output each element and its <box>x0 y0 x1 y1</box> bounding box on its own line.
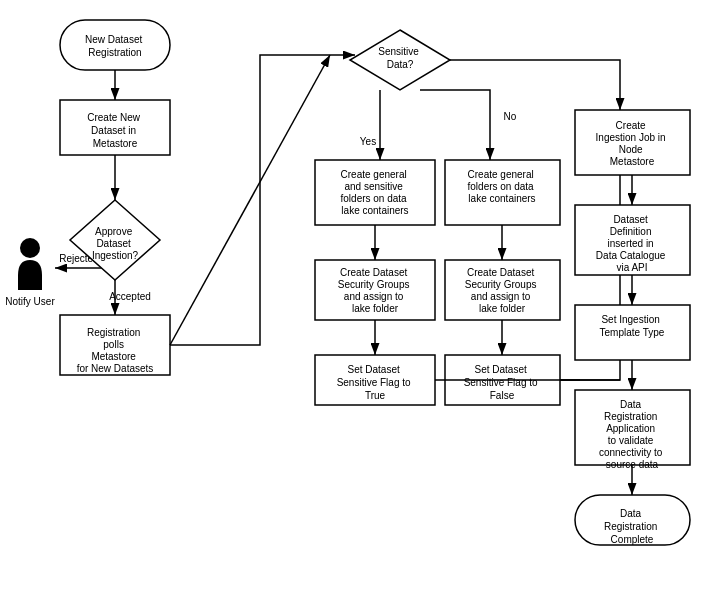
accepted-label: Accepted <box>109 291 151 302</box>
arrow-polls-sensitive <box>170 55 330 345</box>
yes-label: Yes <box>360 136 376 147</box>
create-general-sensitive-text: Create general and sensitive folders on … <box>341 169 410 216</box>
create-dataset-text: Create New Dataset in Metastore <box>87 112 143 149</box>
new-dataset-reg-node <box>60 20 170 70</box>
flowchart-diagram: Notify User Rejected New Dataset Registr… <box>0 0 718 616</box>
approve-ingestion-text: Approve Dataset Ingestion? <box>92 226 139 261</box>
notify-user-icon <box>18 238 42 290</box>
no-label: No <box>504 111 517 122</box>
notify-user-label: Notify User <box>5 296 55 307</box>
arrow-sensitive-to-ingestion <box>450 60 620 110</box>
svg-point-1 <box>20 238 40 258</box>
arrow-no <box>420 90 490 160</box>
create-general-folders-text: Create general folders on data lake cont… <box>468 169 537 204</box>
